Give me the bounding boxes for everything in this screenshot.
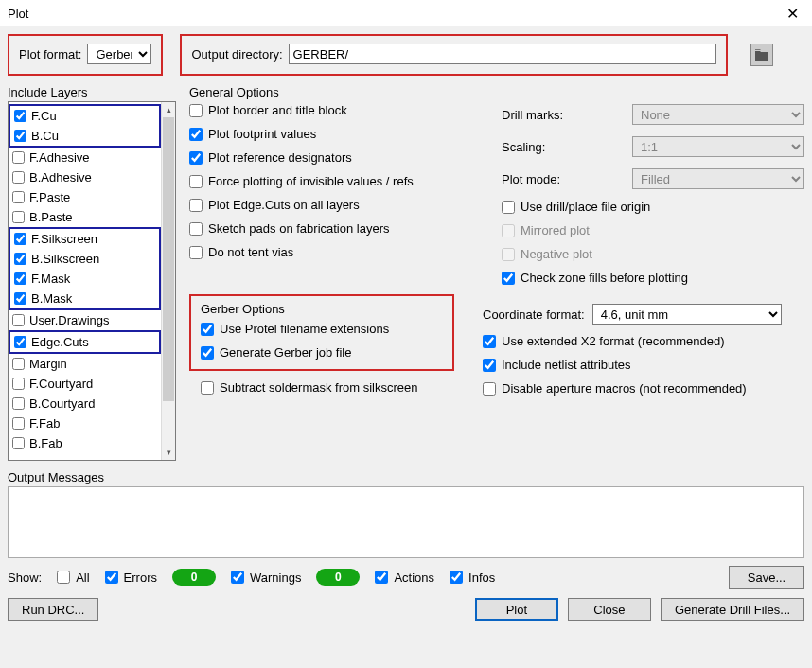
no-tent-vias-checkbox[interactable] [189, 246, 203, 259]
use-origin-label: Use drill/place file origin [521, 200, 650, 214]
show-actions-checkbox[interactable] [375, 571, 388, 584]
mirrored-label: Mirrored plot [521, 223, 590, 237]
layer-item[interactable]: B.Cu [12, 126, 157, 146]
layer-item[interactable]: Edge.Cuts [12, 332, 157, 352]
generate-drill-button[interactable]: Generate Drill Files... [661, 598, 804, 621]
layer-highlight-group: F.CuB.Cu [9, 104, 161, 148]
layer-checkbox[interactable] [14, 272, 26, 285]
check-zone-checkbox[interactable] [502, 272, 515, 285]
aperture-macro-checkbox[interactable] [483, 382, 496, 396]
show-infos-checkbox[interactable] [450, 571, 463, 584]
close-button[interactable]: Close [568, 598, 651, 621]
gerber-job-checkbox[interactable] [201, 346, 214, 360]
subtract-mask-checkbox[interactable] [201, 381, 214, 395]
layer-item[interactable]: B.Silkscreen [12, 249, 157, 269]
layer-checkbox[interactable] [12, 171, 25, 184]
layer-item[interactable]: F.Fab [10, 413, 161, 433]
mirrored-checkbox [502, 224, 515, 237]
layer-label: Margin [29, 357, 67, 371]
plot-refdes-label: Plot reference designators [208, 150, 352, 165]
layer-item[interactable]: F.Cu [12, 106, 157, 126]
layer-item[interactable]: F.Silkscreen [12, 229, 157, 249]
protel-ext-checkbox[interactable] [201, 323, 214, 336]
layer-item[interactable]: B.Adhesive [10, 167, 161, 187]
layer-item[interactable]: User.Drawings [10, 310, 161, 330]
close-icon[interactable]: ✕ [779, 3, 806, 25]
layer-label: B.Paste [29, 210, 73, 224]
layer-item[interactable]: B.Paste [10, 207, 161, 227]
show-warnings-checkbox[interactable] [231, 571, 244, 584]
use-origin-checkbox[interactable] [502, 201, 515, 214]
layer-label: F.Silkscreen [31, 232, 97, 246]
layer-checkbox[interactable] [14, 233, 26, 245]
layer-item[interactable]: F.Adhesive [10, 148, 161, 167]
protel-ext-label: Use Protel filename extensions [220, 322, 389, 336]
layer-item[interactable]: B.Mask [12, 289, 157, 308]
layer-label: F.Adhesive [29, 150, 90, 165]
layer-item[interactable]: Margin [10, 354, 161, 374]
layer-label: Edge.Cuts [31, 335, 89, 349]
plot-mode-label: Plot mode: [502, 172, 625, 186]
layer-checkbox[interactable] [14, 253, 26, 265]
force-plot-checkbox[interactable] [189, 175, 203, 188]
sketch-pads-checkbox[interactable] [189, 222, 203, 236]
errors-count-badge: 0 [172, 569, 216, 586]
scaling-label: Scaling: [502, 140, 625, 154]
layer-label: User.Drawings [29, 313, 110, 327]
layer-checkbox[interactable] [14, 292, 26, 305]
layer-label: B.Adhesive [29, 170, 92, 185]
scroll-thumb[interactable] [163, 117, 174, 401]
sketch-pads-label: Sketch pads on fabrication layers [208, 221, 390, 236]
layer-checkbox[interactable] [12, 314, 25, 326]
layer-checkbox[interactable] [14, 336, 26, 348]
layer-checkbox[interactable] [12, 378, 25, 390]
plot-button[interactable]: Plot [475, 598, 558, 621]
scroll-down-icon[interactable]: ▾ [162, 445, 175, 460]
plot-footprint-checkbox[interactable] [189, 128, 203, 141]
layer-checkbox[interactable] [12, 417, 25, 430]
drill-marks-select[interactable]: None [632, 104, 804, 125]
layer-checkbox[interactable] [12, 191, 25, 203]
layer-checkbox[interactable] [12, 151, 25, 164]
browse-folder-button[interactable] [750, 44, 773, 66]
show-all-checkbox[interactable] [57, 571, 70, 584]
layer-item[interactable]: B.Fab [10, 433, 161, 453]
layer-checkbox[interactable] [12, 358, 25, 370]
plot-refdes-checkbox[interactable] [189, 151, 203, 165]
layer-label: B.Fab [29, 436, 62, 450]
layer-item[interactable]: F.Paste [10, 187, 161, 207]
plot-format-label: Plot format: [19, 47, 81, 62]
layer-item[interactable]: F.Courtyard [10, 374, 161, 394]
scrollbar[interactable]: ▴ ▾ [161, 102, 175, 460]
layer-checkbox[interactable] [12, 211, 25, 223]
aperture-macro-label: Disable aperture macros (not recommended… [502, 381, 747, 396]
negative-label: Negative plot [521, 247, 592, 261]
plot-border-label: Plot border and title block [208, 103, 347, 117]
layer-checkbox[interactable] [14, 130, 26, 142]
plot-edgecuts-checkbox[interactable] [189, 199, 203, 212]
layer-item[interactable]: F.Mask [12, 269, 157, 289]
output-directory-input[interactable] [289, 44, 716, 64]
plot-mode-select[interactable]: Filled [632, 168, 804, 189]
layer-checkbox[interactable] [12, 437, 25, 449]
x2-format-checkbox[interactable] [483, 335, 496, 348]
general-options-title: General Options [189, 85, 804, 99]
coord-format-label: Coordinate format: [483, 308, 585, 322]
run-drc-button[interactable]: Run DRC... [8, 598, 98, 621]
plot-border-checkbox[interactable] [189, 104, 203, 117]
scroll-up-icon[interactable]: ▴ [162, 102, 175, 117]
plot-format-select[interactable]: Gerber [87, 44, 151, 64]
layer-highlight-group: Edge.Cuts [9, 330, 161, 354]
netlist-attr-checkbox[interactable] [483, 359, 496, 372]
include-layers-title: Include Layers [8, 85, 176, 99]
layer-checkbox[interactable] [12, 397, 25, 410]
output-messages-box [8, 486, 804, 558]
coord-format-select[interactable]: 4.6, unit mm [592, 304, 782, 325]
show-errors-checkbox[interactable] [105, 571, 118, 584]
layer-item[interactable]: B.Courtyard [10, 394, 161, 413]
layer-label: F.Cu [31, 109, 57, 123]
gerber-job-label: Generate Gerber job file [220, 345, 351, 360]
save-button[interactable]: Save... [729, 566, 804, 589]
layer-checkbox[interactable] [14, 110, 26, 122]
scaling-select[interactable]: 1:1 [632, 136, 804, 157]
